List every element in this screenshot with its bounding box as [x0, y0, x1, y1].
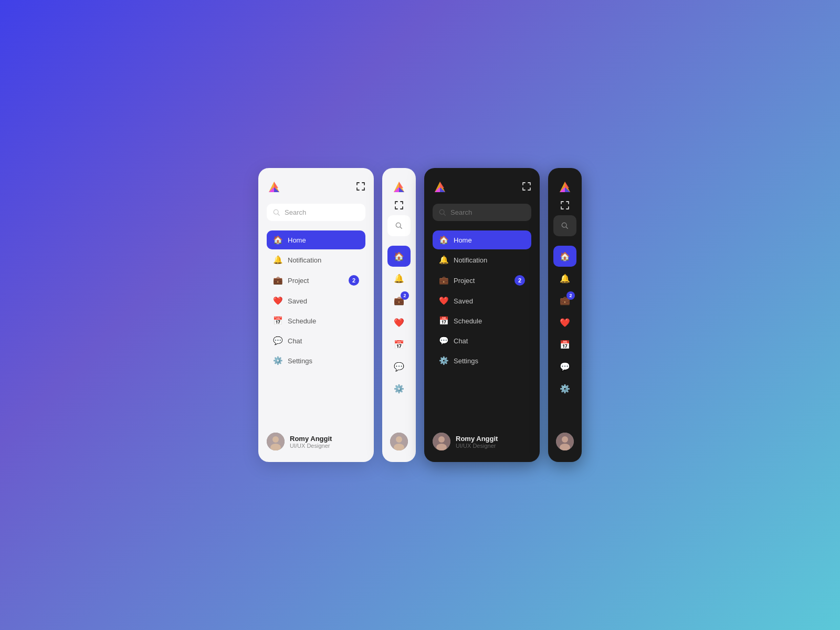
- nav-icon-chat-light-collapsed[interactable]: 💬: [387, 356, 411, 377]
- nav-item-chat-light[interactable]: 💬 Chat: [267, 331, 365, 350]
- search-btn-light-collapsed[interactable]: [387, 215, 411, 236]
- nav-label-schedule-dark: Schedule: [454, 317, 482, 325]
- expand-icon-dark[interactable]: [522, 182, 531, 193]
- saved-icon-dark: ❤️: [439, 296, 448, 306]
- saved-icon-light: ❤️: [273, 296, 282, 306]
- notification-icon-dark: 🔔: [439, 255, 448, 265]
- svg-line-23: [444, 214, 445, 215]
- nav-item-saved-dark[interactable]: ❤️ Saved: [433, 291, 531, 310]
- sidebar-dark-full: Search 🏠 Home 🔔 Notification 💼 Project 2…: [424, 168, 540, 462]
- chat-icon-dark-collapsed: 💬: [560, 362, 570, 372]
- user-name-dark: Romy Anggit: [456, 435, 498, 443]
- nav-icon-project-light-collapsed[interactable]: 💼 2: [387, 290, 411, 311]
- expand-icon-light[interactable]: [356, 182, 365, 193]
- avatar-svg-light-collapsed: [390, 433, 408, 450]
- svg-point-34: [562, 436, 568, 443]
- sidebar-dark-collapsed: 🏠 🔔 💼 2 ❤️ 📅 💬 ⚙️: [548, 168, 582, 462]
- nav-item-schedule-light[interactable]: 📅 Schedule: [267, 311, 365, 330]
- sidebar-light-collapsed: 🏠 🔔 💼 2 ❤️ 📅 💬 ⚙️: [382, 168, 416, 462]
- avatar-dark-collapsed: [556, 433, 574, 450]
- schedule-icon-light: 📅: [273, 316, 282, 326]
- search-placeholder-dark: Search: [450, 208, 472, 216]
- project-badge-light-collapsed: 2: [401, 291, 409, 300]
- nav-item-home-dark[interactable]: 🏠 Home: [433, 230, 531, 249]
- chat-icon-light: 💬: [273, 336, 282, 345]
- user-info-dark: Romy Anggit UI/UX Designer: [456, 435, 498, 449]
- nav-item-chat-dark[interactable]: 💬 Chat: [433, 331, 531, 350]
- home-icon-light-collapsed: 🏠: [394, 251, 404, 261]
- nav-item-notification-dark[interactable]: 🔔 Notification: [433, 250, 531, 269]
- nav-label-notification-light: Notification: [288, 256, 321, 264]
- nav-icon-schedule-dark-collapsed[interactable]: 📅: [553, 334, 576, 355]
- svg-point-16: [396, 436, 402, 443]
- saved-icon-light-collapsed: ❤️: [394, 318, 404, 328]
- sidebar-light-full: Search 🏠 Home 🔔 Notification 💼 Project 2: [258, 168, 374, 462]
- svg-line-32: [566, 227, 568, 228]
- nav-icon-settings-dark-collapsed[interactable]: ⚙️: [553, 378, 576, 399]
- nav-list-light: 🏠 Home 🔔 Notification 💼 Project 2 ❤️ Sav…: [267, 230, 365, 371]
- nav-label-settings-light: Settings: [288, 357, 312, 365]
- nav-icon-home-light-collapsed[interactable]: 🏠: [387, 246, 411, 267]
- nav-label-chat-light: Chat: [288, 337, 302, 345]
- nav-icon-notification-light-collapsed[interactable]: 🔔: [387, 268, 411, 289]
- nav-label-notification-dark: Notification: [454, 256, 487, 264]
- svg-marker-30: [565, 182, 569, 188]
- search-placeholder-light: Search: [285, 208, 306, 216]
- header-row-dark: [433, 180, 531, 194]
- nav-icon-home-dark-collapsed[interactable]: 🏠: [553, 246, 576, 267]
- expand-icon-light-collapsed[interactable]: [394, 201, 404, 210]
- nav-label-settings-dark: Settings: [454, 357, 478, 365]
- notification-icon-light: 🔔: [273, 255, 282, 265]
- nav-list-dark: 🏠 Home 🔔 Notification 💼 Project 2 ❤️ Sav…: [433, 230, 531, 371]
- avatar-dark: [433, 433, 450, 450]
- search-bar-light[interactable]: Search: [267, 204, 365, 221]
- nav-icon-saved-light-collapsed[interactable]: ❤️: [387, 312, 411, 333]
- nav-icon-project-dark-collapsed[interactable]: 💼 2: [553, 290, 576, 311]
- app-logo-dark: [433, 180, 447, 194]
- svg-marker-12: [399, 182, 403, 188]
- avatar-light-collapsed: [390, 433, 408, 450]
- home-icon-dark-collapsed: 🏠: [560, 251, 570, 261]
- user-name-light: Romy Anggit: [290, 435, 332, 443]
- nav-icon-schedule-light-collapsed[interactable]: 📅: [387, 334, 411, 355]
- search-icon-dark: [439, 209, 446, 216]
- svg-point-25: [438, 436, 445, 443]
- app-logo-dark-collapsed: [558, 180, 572, 194]
- nav-icon-settings-light-collapsed[interactable]: ⚙️: [387, 378, 411, 399]
- panels-container: Search 🏠 Home 🔔 Notification 💼 Project 2: [258, 168, 582, 462]
- user-role-light: UI/UX Designer: [290, 443, 332, 449]
- saved-icon-dark-collapsed: ❤️: [560, 318, 570, 328]
- nav-label-saved-light: Saved: [288, 297, 307, 305]
- nav-item-project-light[interactable]: 💼 Project 2: [267, 270, 365, 290]
- nav-label-project-dark: Project: [454, 277, 475, 285]
- project-badge-dark-collapsed: 2: [566, 291, 575, 300]
- avatar-svg-light: [267, 433, 285, 450]
- nav-item-saved-light[interactable]: ❤️ Saved: [267, 291, 365, 310]
- user-footer-dark: Romy Anggit UI/UX Designer: [433, 433, 531, 450]
- nav-label-home-dark: Home: [454, 236, 472, 244]
- search-bar-dark[interactable]: Search: [433, 204, 531, 221]
- nav-item-notification-light[interactable]: 🔔 Notification: [267, 250, 365, 269]
- nav-item-settings-dark[interactable]: ⚙️ Settings: [433, 351, 531, 370]
- app-logo-light: [267, 180, 281, 194]
- settings-icon-dark-collapsed: ⚙️: [560, 384, 570, 394]
- nav-item-project-dark[interactable]: 💼 Project 2: [433, 270, 531, 290]
- settings-icon-dark: ⚙️: [439, 356, 448, 365]
- notification-icon-light-collapsed: 🔔: [394, 274, 404, 284]
- search-icon-light-collapsed: [395, 222, 403, 229]
- nav-icon-chat-dark-collapsed[interactable]: 💬: [553, 356, 576, 377]
- project-badge-dark: 2: [514, 275, 525, 286]
- nav-item-settings-light[interactable]: ⚙️ Settings: [267, 351, 365, 370]
- nav-icon-saved-dark-collapsed[interactable]: ❤️: [553, 312, 576, 333]
- app-logo-light-collapsed: [392, 180, 406, 194]
- search-btn-dark-collapsed[interactable]: [553, 215, 576, 236]
- nav-item-home-light[interactable]: 🏠 Home: [267, 230, 365, 249]
- nav-label-home-light: Home: [288, 236, 306, 244]
- svg-marker-3: [274, 182, 278, 188]
- project-badge-light: 2: [349, 275, 359, 286]
- nav-item-schedule-dark[interactable]: 📅 Schedule: [433, 311, 531, 330]
- expand-icon-dark-collapsed[interactable]: [560, 201, 570, 210]
- nav-label-project-light: Project: [288, 277, 309, 285]
- svg-marker-21: [440, 182, 444, 188]
- nav-icon-notification-dark-collapsed[interactable]: 🔔: [553, 268, 576, 289]
